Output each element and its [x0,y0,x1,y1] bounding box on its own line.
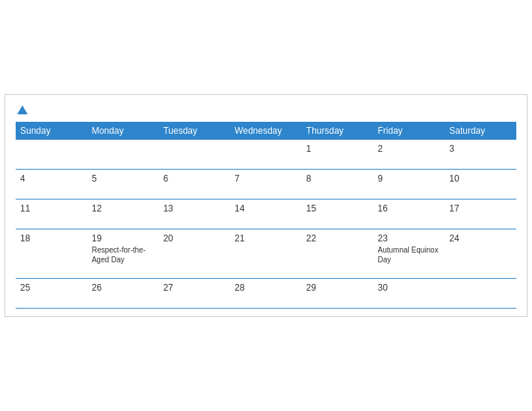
day-number: 13 [163,203,226,214]
calendar-cell-w1d2: 6 [158,170,230,200]
logo [16,105,29,114]
day-number: 4 [20,173,83,184]
calendar-cell-w3d2: 20 [158,229,230,279]
calendar-cell-w1d1: 5 [87,170,159,200]
holiday-name: Respect-for-the-Aged Day [92,245,155,265]
day-number: 21 [235,233,297,244]
calendar-cell-w3d1: 19Respect-for-the-Aged Day [87,229,159,279]
calendar-cell-w0d1 [87,140,159,170]
week-row-4: 252627282930 [16,279,516,309]
day-number: 29 [306,282,369,293]
calendar-header [16,105,516,114]
day-number: 12 [92,203,155,214]
calendar-cell-w1d3: 7 [230,170,302,200]
weekday-header-thursday: Thursday [302,122,374,140]
day-number: 15 [306,203,369,214]
day-number: 18 [20,233,83,244]
day-number: 24 [449,233,512,244]
day-number: 20 [163,233,226,244]
calendar-cell-w2d4: 15 [302,200,374,229]
weekday-header-monday: Monday [87,122,159,140]
day-number: 2 [378,143,441,154]
calendar-cell-w0d2 [158,140,230,170]
week-row-0: 123 [16,140,516,170]
week-row-2: 11121314151617 [16,200,516,229]
day-number: 9 [378,173,441,184]
calendar-cell-w1d5: 9 [374,170,445,200]
day-number: 11 [20,203,83,214]
calendar-cell-w3d6: 24 [445,229,516,279]
weekday-header-tuesday: Tuesday [158,122,230,140]
day-number: 14 [235,203,297,214]
calendar-cell-w3d5: 23Autumnal Equinox Day [374,229,445,279]
weekday-header-wednesday: Wednesday [230,122,302,140]
calendar-cell-w4d2: 27 [158,279,230,309]
calendar-cell-w2d2: 13 [158,200,230,229]
calendar-cell-w0d3 [230,140,302,170]
calendar-cell-w2d5: 16 [374,200,445,229]
calendar-cell-w3d3: 21 [230,229,302,279]
day-number: 17 [449,203,512,214]
calendar-cell-w4d5: 30 [374,279,445,309]
calendar-cell-w0d5: 2 [374,140,445,170]
logo-blue-text [16,105,29,114]
calendar-cell-w4d0: 25 [16,279,87,309]
day-number: 22 [306,233,369,244]
calendar-cell-w1d4: 8 [302,170,374,200]
calendar-cell-w4d6 [445,279,516,309]
weekday-header-row: SundayMondayTuesdayWednesdayThursdayFrid… [16,122,516,140]
day-number: 19 [92,233,155,244]
calendar-cell-w0d4: 1 [302,140,374,170]
weekday-header-friday: Friday [374,122,445,140]
calendar-cell-w2d6: 17 [445,200,516,229]
calendar-container: SundayMondayTuesdayWednesdayThursdayFrid… [4,94,528,317]
calendar-cell-w0d0 [16,140,87,170]
calendar-cell-w2d3: 14 [230,200,302,229]
weekday-header-sunday: Sunday [16,122,87,140]
calendar-cell-w0d6: 3 [445,140,516,170]
calendar-table: SundayMondayTuesdayWednesdayThursdayFrid… [16,122,516,309]
calendar-cell-w1d6: 10 [445,170,516,200]
calendar-thead: SundayMondayTuesdayWednesdayThursdayFrid… [16,122,516,140]
week-row-3: 1819Respect-for-the-Aged Day20212223Autu… [16,229,516,279]
week-row-1: 45678910 [16,170,516,200]
day-number: 25 [20,282,83,293]
calendar-tbody: 12345678910111213141516171819Respect-for… [16,140,516,309]
day-number: 16 [378,203,441,214]
calendar-cell-w3d4: 22 [302,229,374,279]
holiday-name: Autumnal Equinox Day [378,245,441,265]
day-number: 1 [306,143,369,154]
day-number: 5 [92,173,155,184]
logo-triangle-icon [17,105,28,114]
day-number: 10 [449,173,512,184]
day-number: 6 [163,173,226,184]
day-number: 3 [449,143,512,154]
day-number: 28 [235,282,297,293]
day-number: 30 [378,282,441,293]
calendar-cell-w2d0: 11 [16,200,87,229]
calendar-cell-w4d1: 26 [87,279,159,309]
day-number: 7 [235,173,297,184]
day-number: 8 [306,173,369,184]
calendar-cell-w4d4: 29 [302,279,374,309]
day-number: 27 [163,282,226,293]
calendar-cell-w4d3: 28 [230,279,302,309]
day-number: 26 [92,282,155,293]
calendar-cell-w1d0: 4 [16,170,87,200]
day-number: 23 [378,233,441,244]
weekday-header-saturday: Saturday [445,122,516,140]
calendar-cell-w2d1: 12 [87,200,159,229]
calendar-cell-w3d0: 18 [16,229,87,279]
